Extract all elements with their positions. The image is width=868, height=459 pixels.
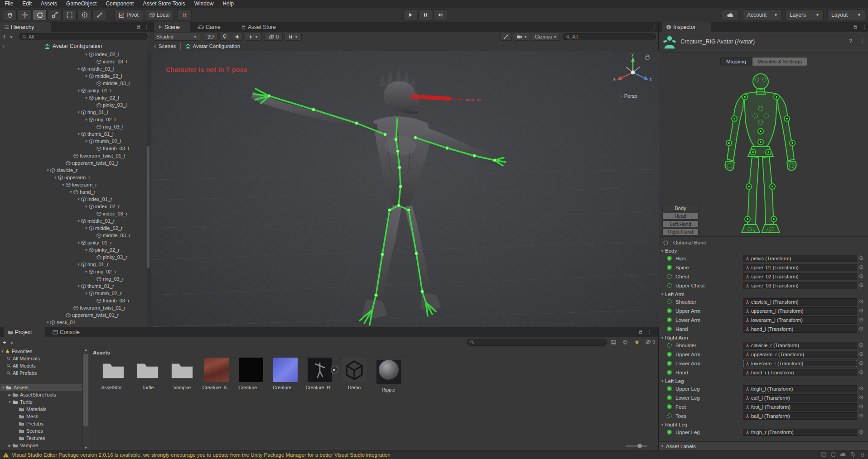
move-tool-button[interactable] [18,10,32,20]
kebab-menu-icon[interactable]: ⋮ [862,24,867,30]
hierarchy-bone-row[interactable]: ▼ pinky_02_r [0,246,150,253]
favorites-row[interactable]: All Prefabs [0,369,82,377]
bone-object-field[interactable]: calf_l (Transform) [743,394,857,402]
thumbnail-size-slider[interactable] [626,445,647,447]
create-plus-button[interactable]: + [3,339,6,346]
menu-item[interactable]: Help [218,0,238,7]
bone-object-field[interactable]: spine_02 (Transform) [743,273,857,280]
status-bar[interactable]: Visual Studio Editor Package version 2.0… [0,450,868,459]
status-cloud-icon[interactable] [840,452,846,457]
kebab-menu-icon[interactable]: ⋮ [647,329,652,335]
hierarchy-bone-row[interactable]: ▼ middle_02_l [0,72,150,80]
foldout-arrow-icon[interactable]: ▼ [1,386,6,390]
account-dropdown[interactable]: Account▼ [743,10,782,20]
hierarchy-bone-row[interactable]: ▼ ring_01_r [0,261,150,268]
tab-project[interactable]: Project [4,327,45,337]
bone-object-field[interactable]: hand_r (Transform) [743,369,857,376]
hierarchy-bone-row[interactable]: ring_03_l [0,123,150,130]
tab-game[interactable]: Game [194,22,231,32]
project-tree-row[interactable]: Prefabs [0,420,82,427]
hierarchy-bone-row[interactable]: ▼ middle_02_r [0,225,150,232]
avatar-part-button[interactable]: Right Hand [662,229,699,235]
object-picker-icon[interactable]: ⊙ [859,342,863,348]
create-dropdown-icon[interactable]: ▼ [10,35,13,39]
hierarchy-bone-row[interactable]: index_03_r [0,210,150,217]
project-tree-row[interactable]: Materials [0,406,82,413]
scene-search-input[interactable]: All [563,33,656,40]
asset-grid-item[interactable]: Creature_... [234,358,268,390]
project-tree-row[interactable]: Scenes [0,427,82,435]
hierarchy-scrollbar-thumb[interactable] [147,146,149,268]
foldout-arrow-icon[interactable]: ▼ [76,132,81,136]
bone-object-field[interactable]: foot_l (Transform) [743,403,857,411]
tab-inspector[interactable]: Inspector [662,22,711,32]
bone-section-header[interactable]: ▼ Left Arm [659,291,868,298]
kebab-menu-icon[interactable]: ⋮ [860,38,865,44]
local-toggle-button[interactable]: Local [145,10,174,20]
object-picker-icon[interactable]: ⊙ [859,429,863,435]
avatar-part-button[interactable]: Body [662,205,699,211]
slider-handle[interactable] [637,444,642,448]
asset-grid-item[interactable]: Creature_... [269,358,302,390]
foldout-arrow-icon[interactable]: ▼ [84,248,89,252]
hierarchy-bone-row[interactable]: lowerarm_twist_01_l [0,152,150,159]
hierarchy-bone-row[interactable]: ▼ index_01_r [0,196,150,203]
hierarchy-bone-row[interactable]: ▼ neck_01 [0,319,150,326]
asset-grid-item[interactable]: Demo [338,358,371,390]
project-tree-row[interactable]: ▼ Turtle [0,398,82,406]
object-picker-icon[interactable]: ⊙ [859,282,863,288]
object-picker-icon[interactable]: ⊙ [859,403,863,410]
kebab-menu-icon[interactable]: ⋮ [144,24,149,30]
search-by-label-icon[interactable] [622,339,628,345]
tab-asset-store[interactable]: Asset Store [237,22,287,32]
project-tree-row[interactable]: ▼ Assets [0,384,82,391]
rotate-tool-button[interactable] [33,10,47,20]
toggle-2d-button[interactable]: 2D [204,33,217,41]
menu-item[interactable]: Asset Store Tools [138,0,189,7]
hierarchy-bone-row[interactable]: lowerarm_twist_01_r [0,304,150,311]
custom-tools-button[interactable] [92,10,106,20]
project-tree-row[interactable]: ▶ AssetStoreTools [0,391,82,398]
hierarchy-bone-row[interactable]: upperarm_twist_01_r [0,311,150,319]
foldout-arrow-icon[interactable]: ▶ [7,444,12,448]
bone-object-field[interactable]: upperarm_r (Transform) [743,351,857,358]
hierarchy-bone-row[interactable]: ring_03_r [0,275,150,282]
tab-console[interactable]: Console [49,327,91,337]
lock-icon[interactable] [853,24,858,29]
scale-tool-button[interactable] [48,10,62,20]
object-picker-icon[interactable]: ⊙ [859,307,863,314]
hierarchy-bone-row[interactable]: ▼ thumb_01_l [0,130,150,138]
status-tag-icon[interactable] [850,452,856,457]
project-tree-scrollbar[interactable]: ▲ ▼ [82,348,89,450]
favorites-row[interactable]: All Materials [0,355,82,362]
pause-button[interactable] [418,10,432,20]
object-picker-icon[interactable]: ⊙ [859,264,863,270]
rect-tool-button[interactable] [63,10,77,20]
menu-item[interactable]: Window [190,0,218,7]
scene-grid-dropdown[interactable]: ▼ [285,33,302,41]
cloud-services-button[interactable] [722,10,739,20]
project-tree-row[interactable]: Textures [0,435,82,442]
hierarchy-bone-row[interactable]: upperarm_twist_01_l [0,159,150,167]
bone-object-field[interactable]: clavicle_r (Transform) [743,342,857,349]
bone-section-header[interactable]: ▼ Body [659,247,868,254]
bone-object-field[interactable]: thigh_l (Transform) [743,385,857,392]
asset-labels-bar[interactable]: ▼ Asset Labels [659,441,868,450]
asset-grid-item[interactable]: AssetStor... [96,358,130,390]
play-button[interactable] [403,10,417,20]
tab-hierarchy[interactable]: Hierarchy [0,22,51,32]
persp-indicator[interactable]: ‹ Persp [621,93,637,99]
foldout-arrow-icon[interactable]: ▼ [84,292,89,296]
menu-item[interactable]: Assets [36,0,62,7]
hierarchy-bone-row[interactable]: ▼ pinky_01_r [0,239,150,246]
asset-grid-item[interactable]: ▶ Creature_R... [303,358,337,390]
foldout-arrow-icon[interactable]: ▼ [76,197,81,201]
hierarchy-search-input[interactable]: All [19,33,148,40]
bone-object-field[interactable]: upperarm_l (Transform) [743,307,857,315]
hierarchy-bone-row[interactable]: ▼ lowerarm_r [0,181,150,188]
hierarchy-bone-row[interactable]: ▼ index_02_l [0,51,150,58]
snap-grid-button[interactable] [178,10,192,20]
hierarchy-bone-row[interactable]: ▼ clavicle_r [0,167,150,174]
hierarchy-bone-row[interactable]: ▼ thumb_02_r [0,290,150,297]
object-picker-icon[interactable]: ⊙ [859,316,863,323]
